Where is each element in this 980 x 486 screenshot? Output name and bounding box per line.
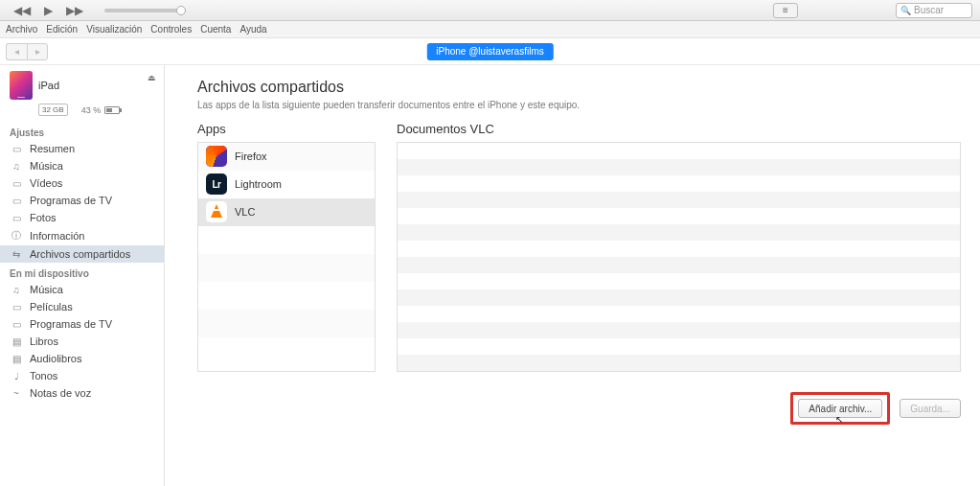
sidebar-item-icon: ▤: [10, 354, 23, 364]
search-icon: 🔍: [900, 6, 911, 15]
sidebar-item-programas-de-tv[interactable]: ▭Programas de TV: [0, 192, 164, 209]
app-row-empty: [198, 310, 375, 337]
doc-row-empty: [398, 289, 960, 306]
device-meta: 32 GB 43 %: [0, 104, 164, 122]
sidebar-item-label: Películas: [30, 301, 73, 312]
sidebar-item-label: Música: [30, 284, 63, 295]
navigation-bar: ◂ ▸ iPhone @luistaverasfilms: [0, 38, 980, 65]
sidebar-item-programas-de-tv[interactable]: ▭Programas de TV: [0, 315, 164, 333]
add-file-button[interactable]: Añadir archiv...: [798, 399, 882, 418]
sidebar-item-resumen[interactable]: ▭Resumen: [0, 140, 164, 157]
doc-row-empty: [398, 355, 960, 371]
vlc-app-icon: [206, 201, 227, 222]
sidebar-item-label: Resumen: [30, 143, 75, 154]
sidebar-item-icon: ▤: [10, 336, 23, 347]
sidebar-header-ajustes: Ajustes: [0, 122, 164, 140]
doc-row-empty: [398, 175, 960, 192]
back-button[interactable]: ◂: [6, 43, 27, 60]
sidebar-item-icon: ⇆: [10, 249, 23, 260]
sidebar-item-icon: ~: [10, 388, 23, 399]
volume-slider[interactable]: [104, 9, 181, 12]
doc-row-empty: [398, 192, 960, 208]
app-row-empty: [198, 337, 375, 365]
sidebar-item-icon: ▭: [10, 319, 23, 330]
menu-visualizacion[interactable]: Visualización: [86, 24, 142, 35]
firefox-app-icon: [206, 146, 227, 167]
sidebar-item-icon: ♩: [10, 371, 23, 382]
forward-button[interactable]: ▸: [27, 43, 48, 60]
documents-listbox[interactable]: [397, 142, 961, 372]
sidebar-item-audiolibros[interactable]: ▤Audiolibros: [0, 350, 164, 367]
menu-archivo[interactable]: Archivo: [6, 24, 37, 35]
connected-device-badge[interactable]: iPhone @luistaverasfilms: [426, 43, 553, 60]
sidebar-item-películas[interactable]: ▭Películas: [0, 298, 164, 315]
sidebar-item-libros[interactable]: ▤Libros: [0, 333, 164, 350]
device-header[interactable]: iPad ⏏: [0, 69, 164, 104]
doc-row-empty: [398, 159, 960, 175]
apps-column-header: Apps: [197, 122, 376, 136]
sidebar-item-icon: ▭: [10, 196, 23, 206]
menu-cuenta[interactable]: Cuenta: [200, 24, 231, 35]
menu-ayuda[interactable]: Ayuda: [239, 24, 266, 35]
file-action-buttons: Añadir archiv... ↖ Guarda...: [790, 392, 961, 425]
sidebar-item-label: Vídeos: [30, 177, 62, 189]
player-toolbar: ◀◀ ▶ ▶▶ ≡ 🔍 Buscar: [0, 0, 980, 21]
doc-row-empty: [398, 241, 960, 257]
play-button[interactable]: ▶: [44, 4, 53, 17]
app-row-lightroom[interactable]: LrLightroom: [198, 171, 375, 198]
menu-controles[interactable]: Controles: [150, 24, 192, 35]
eject-icon[interactable]: ⏏: [148, 73, 156, 82]
playback-controls: ◀◀ ▶ ▶▶: [13, 4, 83, 17]
page-title: Archivos compartidos: [197, 79, 961, 96]
sidebar-item-icon: ⓘ: [10, 229, 23, 243]
sidebar-item-label: Información: [30, 230, 84, 242]
prev-track-button[interactable]: ◀◀: [13, 4, 31, 17]
device-capacity: 32 GB: [38, 104, 68, 116]
sidebar-item-fotos[interactable]: ▭Fotos: [0, 209, 164, 226]
list-view-button[interactable]: ≡: [773, 3, 798, 18]
sidebar-item-información[interactable]: ⓘInformación: [0, 226, 164, 245]
sidebar-item-label: Música: [30, 160, 63, 172]
sidebar-item-icon: ♫: [10, 285, 23, 295]
sidebar-item-archivos-compartidos[interactable]: ⇆Archivos compartidos: [0, 245, 164, 263]
doc-row-empty: [398, 306, 960, 322]
menu-edicion[interactable]: Edición: [46, 24, 78, 35]
doc-row-empty: [398, 143, 960, 159]
sidebar-item-label: Notas de voz: [30, 387, 91, 399]
app-row-empty: [198, 254, 375, 282]
sidebar-header-device: En mi dispositivo: [0, 263, 164, 281]
device-battery: 43 %: [81, 105, 121, 115]
device-artwork-icon: [10, 71, 33, 100]
apps-listbox[interactable]: FirefoxLrLightroomVLC: [197, 142, 376, 372]
sidebar-item-label: Libros: [30, 336, 58, 347]
app-row-vlc[interactable]: VLC: [198, 198, 375, 226]
app-name-label: Lightroom: [235, 178, 282, 190]
sidebar-item-tonos[interactable]: ♩Tonos: [0, 367, 164, 384]
sidebar-item-música[interactable]: ♫Música: [0, 281, 164, 298]
sidebar-item-icon: ♫: [10, 161, 23, 172]
sidebar-item-label: Tonos: [30, 370, 57, 382]
tutorial-highlight: Añadir archiv... ↖: [790, 392, 890, 425]
app-row-firefox[interactable]: Firefox: [198, 143, 375, 171]
sidebar-item-vídeos[interactable]: ▭Vídeos: [0, 174, 164, 192]
sidebar-item-label: Programas de TV: [30, 318, 112, 330]
sidebar-item-música[interactable]: ♫Música: [0, 157, 164, 174]
sidebar-item-label: Programas de TV: [30, 195, 112, 206]
app-row-empty: [198, 226, 375, 254]
doc-row-empty: [398, 322, 960, 338]
sidebar: iPad ⏏ 32 GB 43 % Ajustes ▭Resumen♫Músic…: [0, 65, 165, 486]
save-button: Guarda...: [900, 399, 961, 418]
doc-row-empty: [398, 273, 960, 289]
sidebar-item-icon: ▭: [10, 302, 23, 312]
app-row-empty: [198, 282, 375, 310]
sidebar-item-label: Audiolibros: [30, 353, 81, 364]
app-menu-bar: Archivo Edición Visualización Controles …: [0, 21, 980, 38]
docs-column-header: Documentos VLC: [397, 122, 961, 136]
search-input[interactable]: 🔍 Buscar: [896, 3, 972, 18]
doc-row-empty: [398, 338, 960, 355]
sidebar-item-icon: ▭: [10, 178, 23, 189]
sidebar-item-notas-de-voz[interactable]: ~Notas de voz: [0, 384, 164, 402]
doc-row-empty: [398, 208, 960, 224]
doc-row-empty: [398, 257, 960, 273]
next-track-button[interactable]: ▶▶: [66, 4, 83, 17]
